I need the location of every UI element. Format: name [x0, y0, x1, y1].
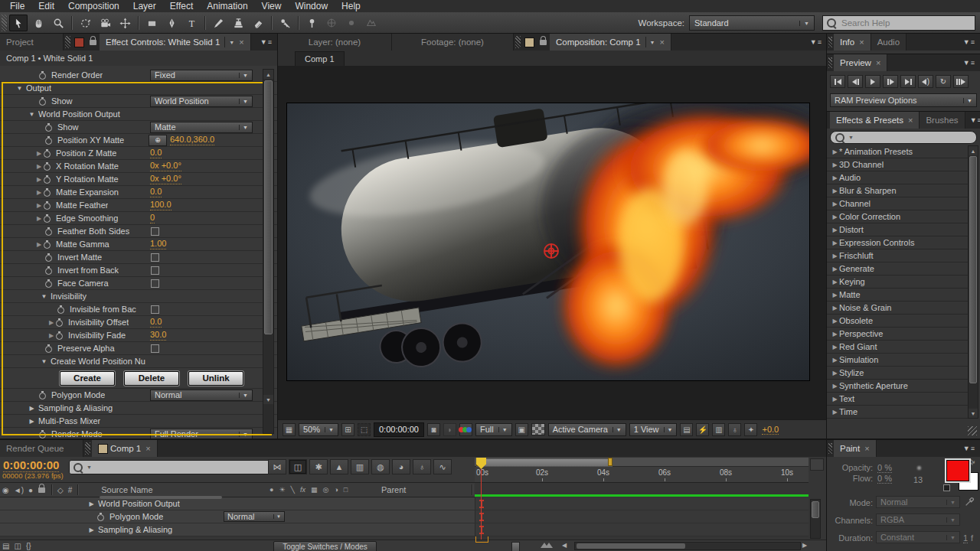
twirl-closed-icon[interactable]: ▶ [831, 214, 839, 220]
property-row[interactable]: ShowWorld Position▼ [0, 95, 277, 108]
tab-paint[interactable]: Paint× [834, 440, 877, 457]
dropdown[interactable]: Matte▼ [150, 122, 253, 133]
work-area-bar[interactable] [476, 458, 612, 467]
close-icon[interactable]: × [864, 444, 869, 453]
property-value[interactable]: 0.0 [150, 317, 162, 328]
timeline-options-icon[interactable] [810, 458, 824, 471]
lock-icon[interactable] [90, 40, 96, 45]
panel-menu-icon[interactable]: ▼≡ [959, 38, 980, 46]
help-search-box[interactable] [822, 15, 975, 31]
snapshot-camera-icon[interactable]: ◙ [427, 423, 440, 436]
view-layout-dropdown[interactable]: 1 View▼ [629, 423, 678, 436]
rotation-tool[interactable] [76, 15, 94, 31]
composition-image[interactable] [287, 103, 809, 380]
twirl-closed-icon[interactable]: ▶ [831, 240, 839, 246]
composition-viewport[interactable] [278, 66, 827, 420]
twirl-closed-icon[interactable]: ▶ [831, 174, 839, 181]
property-row[interactable]: Render OrderFixed▼ [0, 69, 277, 82]
resolution-dropdown[interactable]: Full▼ [475, 423, 512, 436]
property-row[interactable]: ▶Matte Gamma1.00 [0, 238, 277, 251]
opacity-value[interactable]: 0 % [877, 463, 892, 473]
chevron-down-icon[interactable]: ▼ [848, 135, 854, 140]
time-ruler[interactable]: 00s 02s 04s 06s 08s 10s [475, 458, 808, 483]
twirl-closed-icon[interactable]: ▶ [831, 370, 839, 377]
twirl-closed-icon[interactable]: ▶ [831, 227, 839, 233]
property-row[interactable]: ▶Edge Smoothing0 [0, 212, 277, 225]
timeline-search-box[interactable]: ▼ [69, 460, 271, 474]
tab-render-queue[interactable]: Render Queue [0, 440, 83, 457]
axis-mode-local-icon[interactable] [322, 15, 341, 31]
toggle-mask-visibility-icon[interactable]: ▣ [515, 423, 528, 436]
panel-menu-icon[interactable]: ▼≡ [959, 445, 980, 452]
dropdown[interactable]: Normal▼ [150, 390, 253, 401]
property-row[interactable]: ▶X Rotation Matte0x +0.0° [0, 160, 277, 173]
scroll-up-icon[interactable]: ▲ [263, 70, 273, 79]
twirl-closed-icon[interactable]: ▶ [87, 500, 96, 507]
hide-shy-layers-icon[interactable]: ✱ [309, 459, 328, 474]
property-row[interactable]: ▶Matte Feather100.0 [0, 199, 277, 212]
layer-inpoint-marker[interactable] [479, 513, 484, 521]
safe-margins-icon[interactable]: ⊞ [341, 423, 354, 436]
stopwatch-icon[interactable] [44, 227, 54, 236]
foreground-color-swatch[interactable] [946, 460, 969, 481]
menu-edit[interactable]: Edit [31, 0, 61, 12]
play-button[interactable] [865, 75, 880, 88]
menu-composition[interactable]: Composition [61, 0, 126, 12]
twirl-closed-icon[interactable]: ▶ [831, 201, 839, 207]
property-row[interactable]: Position XY Matte⊕640.0,360.0 [0, 134, 277, 147]
tab-preview[interactable]: Preview× [834, 54, 887, 71]
work-area-track[interactable] [475, 458, 808, 467]
dropdown[interactable]: Fixed▼ [150, 70, 253, 81]
graph-editor-icon[interactable]: ∿ [433, 459, 452, 474]
panel-gripper[interactable] [828, 37, 832, 47]
category-row[interactable]: ▶Generate [827, 262, 968, 276]
checkbox[interactable] [151, 266, 159, 275]
timeline-horizontal-scrollbar[interactable] [574, 542, 801, 550]
property-row[interactable]: Invert Matte [0, 251, 277, 264]
twirl-closed-icon[interactable]: ▶ [831, 344, 839, 350]
tab-comp1-timeline[interactable]: Comp 1 × [92, 440, 158, 457]
type-tool[interactable]: T [182, 15, 201, 31]
current-timecode[interactable]: 0:00:00:00 [3, 458, 59, 472]
close-icon[interactable]: × [908, 116, 913, 125]
close-icon[interactable]: × [145, 444, 150, 453]
twirl-closed-icon[interactable]: ▶ [831, 148, 839, 155]
brainstorm-icon[interactable]: ◍ [371, 459, 390, 474]
stopwatch-icon[interactable] [43, 201, 52, 210]
delete-button[interactable]: Delete [124, 371, 179, 386]
twirl-closed-icon[interactable]: ▶ [831, 318, 839, 324]
panel-menu-icon[interactable]: ▼≡ [959, 59, 980, 67]
threed-switch-icon[interactable]: □ [344, 486, 348, 494]
tab-composition[interactable]: Composition: Comp 1 ▼ × [550, 34, 671, 51]
stopwatch-icon[interactable] [38, 70, 47, 80]
draft-3d-icon[interactable]: ◫ [289, 459, 307, 474]
track-area[interactable] [475, 510, 808, 523]
auto-keyframe-icon[interactable]: ◕ [392, 459, 410, 474]
channels-dropdown[interactable]: RGBA▼ [876, 514, 960, 526]
stopwatch-icon[interactable] [38, 390, 47, 399]
panel-gripper[interactable] [515, 36, 521, 48]
menu-help[interactable]: Help [335, 0, 368, 12]
work-area-end-handle[interactable] [608, 458, 612, 466]
property-row[interactable]: Face Camera [0, 277, 277, 290]
stopwatch-icon[interactable] [43, 161, 52, 171]
scroll-down-icon[interactable]: ▼ [263, 395, 273, 404]
ram-preview-button[interactable] [953, 75, 969, 88]
timeline-property-row[interactable]: ▶World Position Output [0, 497, 808, 510]
stopwatch-icon[interactable] [44, 279, 54, 288]
stopwatch-icon[interactable] [55, 331, 64, 340]
property-row[interactable]: Invisible from Bac [0, 303, 277, 316]
chevron-down-icon[interactable]: ▼ [645, 37, 655, 47]
workspace-dropdown[interactable]: Standard ▼ [689, 15, 815, 31]
property-value[interactable]: 30.0 [150, 330, 166, 341]
twirl-closed-icon[interactable]: ▶ [831, 409, 839, 416]
property-value[interactable]: 1.00 [150, 239, 166, 249]
stopwatch-icon[interactable] [38, 429, 47, 439]
puppet-pin-tool[interactable] [302, 15, 321, 31]
scrollbar-thumb[interactable] [969, 156, 977, 383]
scroll-right-icon[interactable]: ▶ [802, 542, 807, 549]
zoom-tool[interactable] [49, 15, 67, 31]
twirl-closed-icon[interactable]: ▶ [831, 279, 839, 285]
shy-switch-icon[interactable]: ● [270, 486, 273, 494]
lock-icon[interactable] [38, 487, 45, 493]
